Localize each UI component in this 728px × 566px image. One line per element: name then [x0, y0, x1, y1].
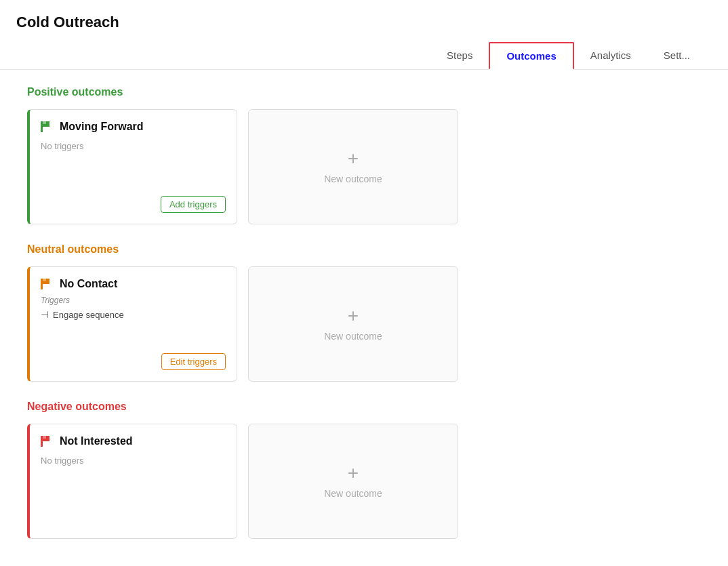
edit-triggers-button[interactable]: Edit triggers — [161, 353, 226, 370]
no-contact-header: No Contact — [41, 278, 226, 290]
tab-analytics[interactable]: Analytics — [574, 42, 647, 70]
not-interested-card: Not Interested No triggers — [27, 424, 237, 539]
tab-steps[interactable]: Steps — [430, 42, 489, 70]
positive-new-outcome-plus-icon: + — [348, 149, 359, 168]
svg-rect-2 — [43, 121, 46, 124]
tab-outcomes[interactable]: Outcomes — [489, 42, 573, 70]
neutral-outcomes-row: No Contact Triggers ⊣ Engage sequence Ed… — [27, 266, 701, 382]
no-contact-card: No Contact Triggers ⊣ Engage sequence Ed… — [27, 266, 237, 382]
moving-forward-no-triggers: No triggers — [41, 141, 226, 151]
main-content: Positive outcomes Moving Forward No trig… — [0, 70, 728, 566]
neutral-flag-icon — [41, 279, 54, 289]
positive-flag-icon — [41, 121, 54, 132]
neutral-new-outcome-card[interactable]: + New outcome — [248, 266, 458, 382]
positive-new-outcome-label: New outcome — [324, 174, 382, 184]
negative-flag-icon — [41, 436, 54, 447]
moving-forward-title: Moving Forward — [60, 121, 144, 133]
not-interested-title: Not Interested — [60, 435, 133, 447]
app-title: Cold Outreach — [16, 14, 712, 31]
negative-new-outcome-card[interactable]: + New outcome — [248, 424, 458, 539]
positive-outcomes-title: Positive outcomes — [27, 86, 701, 98]
neutral-outcomes-section: Neutral outcomes No Contact Triggers ⊣ — [27, 243, 701, 382]
nav-tabs: Steps Outcomes Analytics Sett... — [16, 42, 712, 69]
no-contact-trigger-text: Engage sequence — [53, 310, 124, 320]
negative-outcomes-row: Not Interested No triggers + New outcome — [27, 424, 701, 539]
neutral-new-outcome-plus-icon: + — [348, 306, 359, 325]
svg-rect-8 — [43, 436, 46, 439]
negative-outcomes-section: Negative outcomes Not Interested No trig… — [27, 401, 701, 539]
neutral-outcomes-title: Neutral outcomes — [27, 243, 701, 256]
negative-outcomes-title: Negative outcomes — [27, 401, 701, 413]
svg-rect-6 — [41, 436, 43, 447]
no-contact-footer: Edit triggers — [41, 345, 226, 370]
no-contact-title: No Contact — [60, 278, 117, 290]
tab-settings[interactable]: Sett... — [647, 42, 706, 70]
positive-outcomes-row: Moving Forward No triggers Add triggers … — [27, 109, 701, 224]
no-contact-triggers-label: Triggers — [41, 296, 226, 305]
neutral-new-outcome-label: New outcome — [324, 331, 382, 342]
moving-forward-header: Moving Forward — [41, 121, 226, 133]
add-triggers-button[interactable]: Add triggers — [161, 196, 226, 213]
moving-forward-card: Moving Forward No triggers Add triggers — [27, 109, 237, 224]
svg-rect-0 — [41, 121, 43, 132]
no-contact-trigger-item: ⊣ Engage sequence — [41, 309, 226, 320]
sequence-icon: ⊣ — [41, 309, 49, 320]
not-interested-header: Not Interested — [41, 435, 226, 447]
not-interested-no-triggers: No triggers — [41, 456, 226, 466]
moving-forward-footer: Add triggers — [41, 188, 226, 213]
positive-new-outcome-card[interactable]: + New outcome — [248, 109, 458, 224]
negative-new-outcome-plus-icon: + — [348, 464, 359, 483]
negative-new-outcome-label: New outcome — [324, 488, 382, 499]
positive-outcomes-section: Positive outcomes Moving Forward No trig… — [27, 86, 701, 224]
svg-rect-5 — [43, 279, 46, 281]
svg-rect-3 — [41, 279, 43, 289]
